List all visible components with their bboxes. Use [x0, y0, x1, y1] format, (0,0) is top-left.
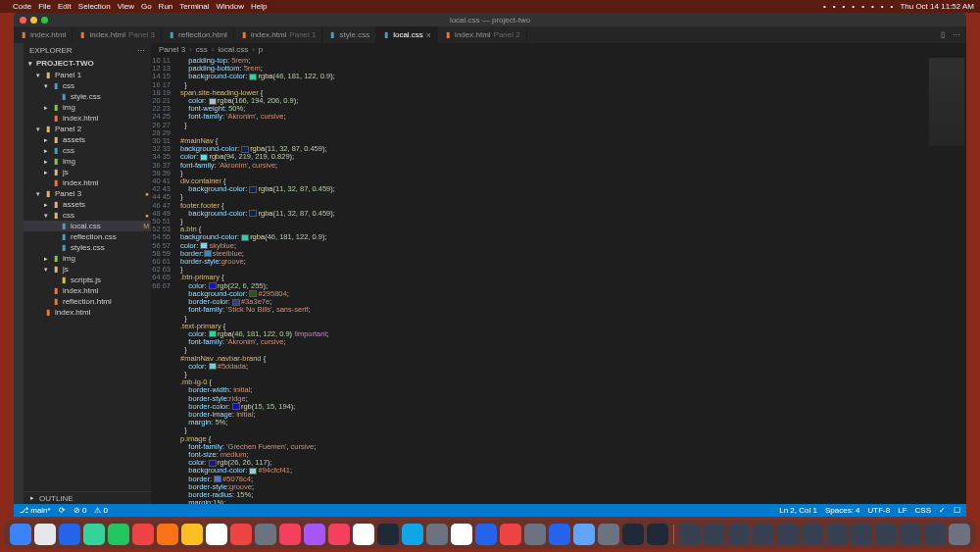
tab-local.css[interactable]: local.css×	[376, 26, 438, 43]
dock-app-13[interactable]	[328, 524, 350, 545]
dock-min-4[interactable]	[777, 524, 799, 545]
tree-item-assets[interactable]: ▸assets	[24, 134, 151, 145]
status-item[interactable]: CSS	[915, 506, 931, 515]
status-item[interactable]: LF	[898, 506, 906, 515]
dock-app-23[interactable]	[573, 524, 595, 545]
dock-min-8[interactable]	[875, 524, 897, 545]
bluetooth-icon[interactable]: •	[843, 2, 846, 11]
dock-app-0[interactable]	[10, 524, 31, 545]
dock-app-24[interactable]	[598, 524, 619, 545]
status-item[interactable]: ⟳	[59, 506, 66, 515]
tree-item-index.html[interactable]: index.html	[24, 177, 151, 188]
tree-item-js[interactable]: ▾js	[24, 264, 151, 275]
tab-reflection.html[interactable]: reflection.html	[162, 26, 234, 43]
menu-run[interactable]: Run	[159, 2, 173, 11]
status-item[interactable]: UTF-8	[868, 506, 891, 515]
tree-item-css[interactable]: ▾css●	[24, 210, 151, 221]
dock-app-8[interactable]	[206, 524, 227, 545]
tree-item-index.html[interactable]: index.html	[24, 113, 151, 124]
menu-code[interactable]: Code	[13, 2, 31, 11]
tree-item-img[interactable]: ▸img	[24, 102, 151, 113]
status-item[interactable]: ⎇ main*	[20, 506, 51, 515]
menu-selection[interactable]: Selection	[78, 2, 111, 11]
tree-item-style.css[interactable]: style.css	[24, 91, 151, 102]
menu-view[interactable]: View	[118, 2, 134, 11]
split-icon[interactable]: ▯	[941, 30, 945, 39]
crumb[interactable]: p	[259, 45, 263, 54]
menu-go[interactable]: Go	[141, 2, 152, 11]
tab-index.html[interactable]: index.htmlPanel 1	[234, 26, 323, 43]
activity-bar[interactable]	[14, 43, 24, 504]
dropbox-icon[interactable]: •	[823, 2, 826, 11]
sync-icon[interactable]: •	[833, 2, 836, 11]
traffic-lights[interactable]	[20, 17, 48, 24]
circle-icon[interactable]: •	[852, 2, 855, 11]
tab-style.css[interactable]: style.css	[322, 26, 376, 43]
dock-app-19[interactable]	[475, 524, 497, 545]
dock-app-7[interactable]	[181, 524, 203, 545]
dock-min-1[interactable]	[704, 524, 725, 545]
tree-item-img[interactable]: ▸img	[24, 156, 151, 167]
dock-app-14[interactable]	[353, 524, 374, 545]
tree-item-img[interactable]: ▸img	[24, 253, 151, 264]
dock-min-0[interactable]	[679, 524, 701, 545]
status-bar[interactable]: ⎇ main*⟳⊘ 0⚠ 0 Ln 2, Col 1Spaces: 4UTF-8…	[14, 504, 966, 517]
dock-app-9[interactable]	[230, 524, 252, 545]
dock-app-26[interactable]	[647, 524, 668, 545]
editor-tabs[interactable]: index.htmlindex.htmlPanel 3reflection.ht…	[14, 26, 966, 43]
grid-icon[interactable]: •	[861, 2, 864, 11]
tree-item-js[interactable]: ▸js	[24, 167, 151, 177]
status-item[interactable]: ⊘ 0	[74, 506, 87, 515]
dock-app-12[interactable]	[304, 524, 325, 545]
user-icon[interactable]: •	[881, 2, 884, 11]
dock-app-3[interactable]	[83, 524, 105, 545]
dock-app-1[interactable]	[34, 524, 56, 545]
tree-item-Panel 1[interactable]: ▾Panel 1	[24, 70, 151, 80]
dock-min-9[interactable]	[900, 524, 921, 545]
dock-app-5[interactable]	[132, 524, 154, 545]
status-item[interactable]: Ln 2, Col 1	[779, 506, 817, 515]
crumb[interactable]: local.css	[218, 45, 248, 54]
dock-app-15[interactable]	[377, 524, 399, 545]
dock-app-6[interactable]	[157, 524, 178, 545]
dock-min-2[interactable]	[728, 524, 750, 545]
tree-item-local.css[interactable]: local.cssM	[24, 221, 151, 231]
tree-item-styles.css[interactable]: styles.css	[24, 242, 151, 253]
tree-item-assets[interactable]: ▸assets	[24, 199, 151, 210]
crumb[interactable]: css	[196, 45, 208, 54]
tab-index.html[interactable]: index.htmlPanel 2	[438, 26, 527, 43]
dock-app-10[interactable]	[255, 524, 276, 545]
dock-min-6[interactable]	[826, 524, 848, 545]
tree-item-index.html[interactable]: index.html	[24, 307, 151, 318]
dock-app-18[interactable]	[451, 524, 472, 545]
dock-app-22[interactable]	[549, 524, 570, 545]
tree-item-index.html[interactable]: index.html	[24, 285, 151, 296]
menubar-clock[interactable]: Thu Oct 14 11:52 AM	[900, 2, 974, 11]
dock-app-17[interactable]	[426, 524, 448, 545]
more-icon[interactable]: ⋯	[953, 30, 960, 39]
dock-app-2[interactable]	[59, 524, 80, 545]
tree-item-reflection.html[interactable]: reflection.html	[24, 296, 151, 307]
code-area[interactable]: padding-top: 5rem; padding-bottom: 5rem;…	[176, 56, 966, 504]
file-tree[interactable]: ▾Panel 1▾cssstyle.css▸imgindex.html▾Pane…	[24, 70, 151, 491]
status-item[interactable]: ⚠ 0	[94, 506, 108, 515]
tab-index.html[interactable]: index.htmlPanel 3	[73, 26, 162, 43]
tree-item-css[interactable]: ▾css	[24, 80, 151, 91]
outline-title[interactable]: OUTLINE	[39, 494, 74, 503]
tree-item-reflection.css[interactable]: reflection.css	[24, 231, 151, 242]
menu-help[interactable]: Help	[251, 2, 267, 11]
dock-min-5[interactable]	[802, 524, 823, 545]
status-item[interactable]: ☐	[954, 506, 960, 515]
dock-app-21[interactable]	[524, 524, 546, 545]
dock-min-10[interactable]	[924, 524, 946, 545]
tree-item-Panel 2[interactable]: ▾Panel 2	[24, 124, 151, 134]
flag-icon[interactable]: •	[891, 2, 894, 11]
dock-app-16[interactable]	[402, 524, 423, 545]
menu-edit[interactable]: Edit	[58, 2, 72, 11]
dock-min-3[interactable]	[753, 524, 774, 545]
tree-item-css[interactable]: ▸css	[24, 145, 151, 156]
menu-window[interactable]: Window	[217, 2, 244, 11]
close-icon[interactable]: ×	[426, 30, 431, 40]
status-item[interactable]: ✓	[939, 506, 946, 515]
menu-terminal[interactable]: Terminal	[179, 2, 209, 11]
